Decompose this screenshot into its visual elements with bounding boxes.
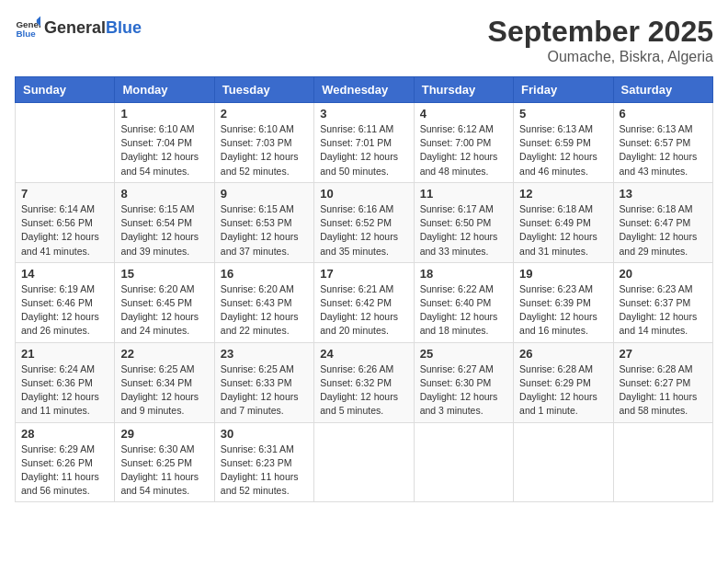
day-info: Sunrise: 6:11 AMSunset: 7:01 PMDaylight:… <box>320 122 407 178</box>
calendar-cell: 24Sunrise: 6:26 AMSunset: 6:32 PMDayligh… <box>314 342 414 422</box>
calendar-cell: 26Sunrise: 6:28 AMSunset: 6:29 PMDayligh… <box>514 342 613 422</box>
calendar-cell: 29Sunrise: 6:30 AMSunset: 6:25 PMDayligh… <box>115 422 214 502</box>
calendar-table: SundayMondayTuesdayWednesdayThursdayFrid… <box>15 76 713 502</box>
day-info: Sunrise: 6:10 AMSunset: 7:04 PMDaylight:… <box>120 122 208 178</box>
day-number: 16 <box>221 267 308 281</box>
day-number: 26 <box>519 347 607 361</box>
day-number: 3 <box>320 107 407 121</box>
calendar-cell: 3Sunrise: 6:11 AMSunset: 7:01 PMDaylight… <box>314 103 414 183</box>
calendar-cell: 12Sunrise: 6:18 AMSunset: 6:49 PMDayligh… <box>514 182 613 262</box>
month-title: September 2025 <box>488 15 713 49</box>
location-title: Oumache, Biskra, Algeria <box>488 49 713 65</box>
calendar-cell: 4Sunrise: 6:12 AMSunset: 7:00 PMDaylight… <box>414 103 513 183</box>
calendar-cell: 17Sunrise: 6:21 AMSunset: 6:42 PMDayligh… <box>314 262 414 342</box>
calendar-body: 1Sunrise: 6:10 AMSunset: 7:04 PMDaylight… <box>16 103 713 502</box>
day-info: Sunrise: 6:20 AMSunset: 6:43 PMDaylight:… <box>221 282 308 339</box>
weekday-header-wednesday: Wednesday <box>314 77 414 103</box>
calendar-week-5: 28Sunrise: 6:29 AMSunset: 6:26 PMDayligh… <box>16 422 713 502</box>
weekday-header-tuesday: Tuesday <box>214 77 313 103</box>
day-info: Sunrise: 6:10 AMSunset: 7:03 PMDaylight:… <box>221 122 308 178</box>
calendar-week-1: 1Sunrise: 6:10 AMSunset: 7:04 PMDaylight… <box>16 103 713 183</box>
day-info: Sunrise: 6:23 AMSunset: 6:39 PMDaylight:… <box>519 282 607 339</box>
day-number: 1 <box>120 107 208 121</box>
calendar-cell <box>314 422 414 502</box>
weekday-header-saturday: Saturday <box>613 77 712 103</box>
calendar-cell: 30Sunrise: 6:31 AMSunset: 6:23 PMDayligh… <box>214 422 313 502</box>
day-info: Sunrise: 6:23 AMSunset: 6:37 PMDaylight:… <box>620 282 707 339</box>
day-info: Sunrise: 6:25 AMSunset: 6:33 PMDaylight:… <box>221 362 308 419</box>
day-info: Sunrise: 6:27 AMSunset: 6:30 PMDaylight:… <box>420 362 507 419</box>
day-info: Sunrise: 6:22 AMSunset: 6:40 PMDaylight:… <box>420 282 507 339</box>
calendar-cell: 19Sunrise: 6:23 AMSunset: 6:39 PMDayligh… <box>514 262 613 342</box>
day-number: 22 <box>120 347 208 361</box>
day-number: 11 <box>420 187 507 201</box>
calendar-cell: 11Sunrise: 6:17 AMSunset: 6:50 PMDayligh… <box>414 182 513 262</box>
day-info: Sunrise: 6:19 AMSunset: 6:46 PMDaylight:… <box>21 282 108 339</box>
day-number: 20 <box>620 267 707 281</box>
day-number: 17 <box>320 267 407 281</box>
day-info: Sunrise: 6:13 AMSunset: 6:59 PMDaylight:… <box>519 122 607 178</box>
day-number: 23 <box>221 347 308 361</box>
day-number: 6 <box>620 107 707 121</box>
day-number: 27 <box>620 347 707 361</box>
day-number: 4 <box>420 107 507 121</box>
title-area: September 2025 Oumache, Biskra, Algeria <box>488 15 713 65</box>
day-number: 28 <box>21 427 108 441</box>
weekday-header-thursday: Thursday <box>414 77 513 103</box>
day-number: 24 <box>320 347 407 361</box>
day-number: 25 <box>420 347 507 361</box>
calendar-cell: 20Sunrise: 6:23 AMSunset: 6:37 PMDayligh… <box>613 262 712 342</box>
day-info: Sunrise: 6:15 AMSunset: 6:53 PMDaylight:… <box>221 202 308 259</box>
calendar-cell <box>514 422 613 502</box>
calendar-cell: 5Sunrise: 6:13 AMSunset: 6:59 PMDaylight… <box>514 103 613 183</box>
calendar-cell: 6Sunrise: 6:13 AMSunset: 6:57 PMDaylight… <box>613 103 712 183</box>
weekday-header-sunday: Sunday <box>16 77 115 103</box>
calendar-cell: 15Sunrise: 6:20 AMSunset: 6:45 PMDayligh… <box>115 262 214 342</box>
day-info: Sunrise: 6:29 AMSunset: 6:26 PMDaylight:… <box>21 442 108 499</box>
day-info: Sunrise: 6:15 AMSunset: 6:54 PMDaylight:… <box>120 202 208 259</box>
day-number: 2 <box>221 107 308 121</box>
day-info: Sunrise: 6:12 AMSunset: 7:00 PMDaylight:… <box>420 122 507 178</box>
day-info: Sunrise: 6:30 AMSunset: 6:25 PMDaylight:… <box>120 442 208 499</box>
day-info: Sunrise: 6:25 AMSunset: 6:34 PMDaylight:… <box>120 362 208 419</box>
day-info: Sunrise: 6:18 AMSunset: 6:49 PMDaylight:… <box>519 202 607 259</box>
calendar-cell <box>613 422 712 502</box>
day-number: 18 <box>420 267 507 281</box>
day-number: 30 <box>221 427 308 441</box>
day-info: Sunrise: 6:21 AMSunset: 6:42 PMDaylight:… <box>320 282 407 339</box>
calendar-cell: 27Sunrise: 6:28 AMSunset: 6:27 PMDayligh… <box>613 342 712 422</box>
day-info: Sunrise: 6:17 AMSunset: 6:50 PMDaylight:… <box>420 202 507 259</box>
svg-text:Blue: Blue <box>16 29 36 39</box>
calendar-week-4: 21Sunrise: 6:24 AMSunset: 6:36 PMDayligh… <box>16 342 713 422</box>
day-info: Sunrise: 6:14 AMSunset: 6:56 PMDaylight:… <box>21 202 108 259</box>
day-info: Sunrise: 6:20 AMSunset: 6:45 PMDaylight:… <box>120 282 208 339</box>
calendar-cell: 21Sunrise: 6:24 AMSunset: 6:36 PMDayligh… <box>16 342 115 422</box>
calendar-cell: 18Sunrise: 6:22 AMSunset: 6:40 PMDayligh… <box>414 262 513 342</box>
calendar-cell: 7Sunrise: 6:14 AMSunset: 6:56 PMDaylight… <box>16 182 115 262</box>
calendar-cell: 13Sunrise: 6:18 AMSunset: 6:47 PMDayligh… <box>613 182 712 262</box>
calendar-cell: 8Sunrise: 6:15 AMSunset: 6:54 PMDaylight… <box>115 182 214 262</box>
calendar-cell: 1Sunrise: 6:10 AMSunset: 7:04 PMDaylight… <box>115 103 214 183</box>
day-number: 21 <box>21 347 108 361</box>
calendar-cell: 22Sunrise: 6:25 AMSunset: 6:34 PMDayligh… <box>115 342 214 422</box>
calendar-cell: 10Sunrise: 6:16 AMSunset: 6:52 PMDayligh… <box>314 182 414 262</box>
day-info: Sunrise: 6:28 AMSunset: 6:27 PMDaylight:… <box>620 362 707 419</box>
calendar-week-3: 14Sunrise: 6:19 AMSunset: 6:46 PMDayligh… <box>16 262 713 342</box>
day-info: Sunrise: 6:16 AMSunset: 6:52 PMDaylight:… <box>320 202 407 259</box>
day-info: Sunrise: 6:31 AMSunset: 6:23 PMDaylight:… <box>221 442 308 499</box>
day-number: 13 <box>620 187 707 201</box>
day-number: 29 <box>120 427 208 441</box>
logo-blue-text: Blue <box>106 19 142 36</box>
logo: General Blue General Blue <box>15 15 142 40</box>
weekday-header-friday: Friday <box>514 77 613 103</box>
calendar-cell: 2Sunrise: 6:10 AMSunset: 7:03 PMDaylight… <box>214 103 313 183</box>
calendar-cell: 23Sunrise: 6:25 AMSunset: 6:33 PMDayligh… <box>214 342 313 422</box>
weekday-header-monday: Monday <box>115 77 214 103</box>
day-number: 7 <box>21 187 108 201</box>
day-number: 5 <box>519 107 607 121</box>
day-info: Sunrise: 6:13 AMSunset: 6:57 PMDaylight:… <box>620 122 707 178</box>
weekday-header-row: SundayMondayTuesdayWednesdayThursdayFrid… <box>16 77 713 103</box>
day-info: Sunrise: 6:24 AMSunset: 6:36 PMDaylight:… <box>21 362 108 419</box>
day-number: 10 <box>320 187 407 201</box>
day-number: 14 <box>21 267 108 281</box>
